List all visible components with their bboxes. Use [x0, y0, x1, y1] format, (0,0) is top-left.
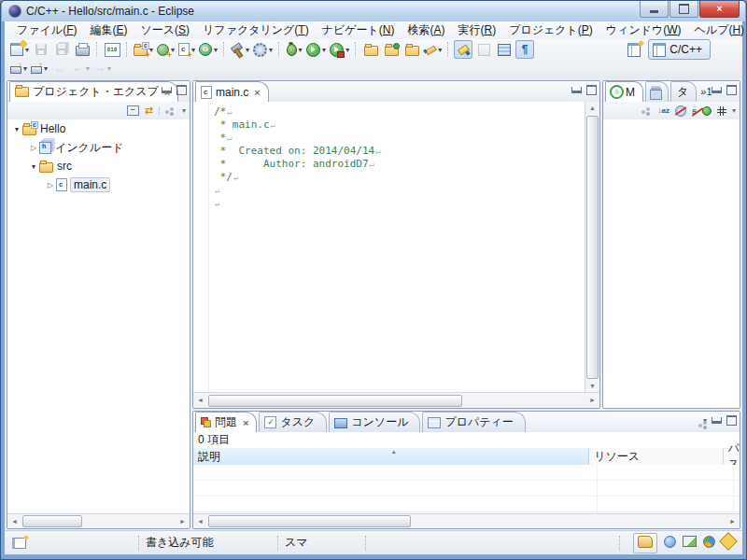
make-targets-tab[interactable]: M [605, 81, 643, 102]
close-icon[interactable]: × [254, 87, 260, 98]
project-explorer-tab[interactable]: プロジェクト・エクスプ × [9, 81, 178, 102]
scroll-up-icon[interactable]: ▲ [585, 102, 599, 115]
explorer-hscrollbar[interactable]: ◄ ► [7, 513, 190, 528]
expanded-arrow-icon[interactable]: ▾ [28, 162, 39, 171]
tree-node-includes[interactable]: ▷ h インクルード [7, 138, 190, 157]
open-folder-b-button[interactable] [382, 40, 401, 59]
window-minimize-button[interactable] [640, 1, 669, 18]
menu-navigate[interactable]: ナビゲート(N) [316, 21, 402, 40]
window-maximize-button[interactable] [669, 1, 698, 18]
menu-file[interactable]: ファイル(F) [10, 21, 83, 40]
minimize-view-icon[interactable] [712, 87, 722, 93]
debug-button[interactable]: ▾ [285, 40, 303, 59]
collapsed-arrow-icon[interactable]: ▷ [28, 144, 39, 152]
collapsed-arrow-icon[interactable]: ▷ [45, 181, 56, 189]
build-hand-icon[interactable] [638, 536, 653, 548]
menu-help[interactable]: ヘルプ(H) [688, 21, 747, 40]
hide-non-public-icon[interactable] [702, 106, 712, 116]
problems-hscrollbar[interactable]: ◄ ► [193, 513, 740, 528]
show-whitespace-button[interactable]: ¶ [515, 40, 534, 59]
menu-window[interactable]: ウィンドウ(W) [599, 21, 688, 40]
menu-edit[interactable]: 編集(E) [83, 21, 134, 40]
new-cpp-class-button[interactable]: +▾ [156, 40, 176, 59]
menu-run[interactable]: 実行(R) [451, 21, 502, 40]
menu-refactor[interactable]: リファクタリング(T) [196, 21, 316, 40]
tasks-tab[interactable]: ✓ タスク [259, 412, 327, 432]
view-menu-chevron-icon[interactable]: ▾ [182, 106, 186, 115]
annotation-ruler[interactable] [193, 102, 209, 393]
back-button[interactable]: ←▾ [71, 59, 91, 77]
binary-toggle-button[interactable]: 010 [103, 40, 121, 59]
scroll-left-icon[interactable]: ◄ [193, 515, 207, 528]
print-button[interactable] [73, 40, 92, 59]
link-with-editor-icon[interactable]: ⇄ [145, 105, 153, 117]
tree-node-src[interactable]: ▾ src [7, 157, 190, 175]
menu-project[interactable]: プロジェクト(P) [502, 21, 599, 40]
minimize-view-icon[interactable] [162, 87, 172, 93]
fast-view-icon[interactable] [12, 538, 26, 549]
maximize-view-icon[interactable] [726, 85, 737, 95]
scroll-right-icon[interactable]: ► [726, 515, 740, 528]
collaboration-dots-icon[interactable] [641, 107, 653, 115]
scroll-thumb[interactable] [22, 515, 82, 527]
code-editor[interactable]: /*↵ * main.c↵ *↵ * Created on: 2014/04/1… [193, 102, 585, 393]
maximize-view-icon[interactable] [726, 415, 737, 426]
collapse-all-icon[interactable]: − [127, 105, 139, 116]
scroll-thumb[interactable] [208, 515, 411, 527]
external-tools-button[interactable]: ▾ [329, 40, 350, 59]
sort-az-icon[interactable]: ↓az [658, 106, 669, 115]
tree-node-hello[interactable]: ▾ c Hello [7, 119, 190, 138]
scroll-thumb[interactable] [208, 395, 462, 407]
minimize-view-icon[interactable] [571, 87, 582, 93]
minimize-view-icon[interactable] [712, 417, 722, 424]
forward-button[interactable]: →▾ [92, 59, 112, 77]
scroll-left-icon[interactable]: ◄ [193, 394, 207, 407]
run-button[interactable]: ▾ [305, 40, 327, 59]
window-close-button[interactable]: × [699, 1, 740, 18]
import-button[interactable]: ↓▾ [9, 59, 28, 77]
new-c-file-button[interactable]: c+▾ [177, 40, 196, 59]
menu-search[interactable]: 検索(A) [401, 21, 451, 40]
editor-vscrollbar[interactable]: ▲ ▼ [585, 102, 599, 393]
search-button[interactable]: ▾ [423, 40, 443, 59]
open-perspective-button[interactable] [625, 40, 643, 59]
problems-tab[interactable]: 問題 × [195, 412, 257, 432]
hide-fields-icon[interactable] [675, 105, 686, 117]
cpp-perspective-button[interactable]: C/C++ [648, 39, 711, 60]
title-bar[interactable]: C/C++ - Hello/src/main.c - Eclipse × [2, 1, 745, 21]
block-selection-button[interactable] [495, 40, 514, 59]
column-path[interactable]: パス [724, 448, 740, 465]
column-description[interactable]: 説明 ▲ [193, 448, 589, 465]
save-button[interactable] [32, 40, 50, 59]
build-all-button[interactable]: ▾ [252, 40, 274, 59]
maximize-view-icon[interactable] [176, 85, 187, 95]
build-button[interactable]: ▾ [230, 40, 250, 59]
open-folder-c-button[interactable] [402, 40, 421, 59]
image-report-icon[interactable] [683, 536, 697, 547]
scroll-down-icon[interactable]: ▼ [585, 380, 599, 393]
editor-hscrollbar[interactable]: ◄ ► [193, 392, 599, 408]
next-annotation-button[interactable] [474, 40, 493, 59]
console-tab[interactable]: コンソール [329, 412, 420, 432]
column-resource[interactable]: リソース [589, 448, 723, 465]
scroll-right-icon[interactable]: ► [176, 515, 190, 528]
scroll-left-icon[interactable]: ◄ [7, 515, 21, 528]
menu-source[interactable]: ソース(S) [134, 21, 196, 40]
view-menu-chevron-icon[interactable]: ▾ [732, 106, 736, 115]
stacked-view-tab[interactable] [645, 81, 669, 102]
save-all-button[interactable] [52, 40, 71, 59]
new-c-project-button[interactable]: c+▾ [133, 40, 154, 59]
mark-occurrences-button[interactable] [454, 40, 472, 59]
expanded-arrow-icon[interactable]: ▾ [11, 125, 22, 133]
new-wizard-button[interactable]: ▾ [9, 40, 30, 59]
grid-filter-icon[interactable] [717, 106, 726, 116]
tree-node-mainc[interactable]: ▷ c main.c [7, 175, 190, 194]
scroll-right-icon[interactable]: ► [585, 394, 599, 407]
editor-tab-mainc[interactable]: c main.c × [195, 81, 269, 102]
close-icon[interactable]: × [243, 417, 248, 428]
scroll-thumb[interactable] [586, 116, 599, 379]
export-button[interactable]: ↑▾ [30, 59, 49, 77]
open-folder-a-button[interactable] [361, 40, 380, 59]
new-wizard-extra-button[interactable]: G▾ [198, 40, 218, 59]
task-view-tab[interactable]: タ [670, 81, 697, 102]
